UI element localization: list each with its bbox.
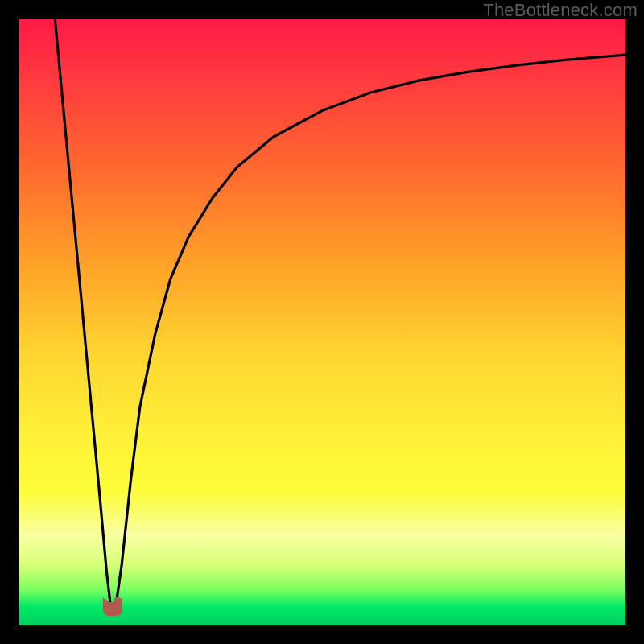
curve-right-branch <box>116 55 625 607</box>
min-marker <box>104 597 122 616</box>
min-marker-dot <box>114 597 121 605</box>
chart-frame: TheBottleneck.com <box>0 0 644 644</box>
curve-svg <box>19 19 625 625</box>
plot-area <box>19 19 625 625</box>
curve-left-branch <box>55 19 110 607</box>
